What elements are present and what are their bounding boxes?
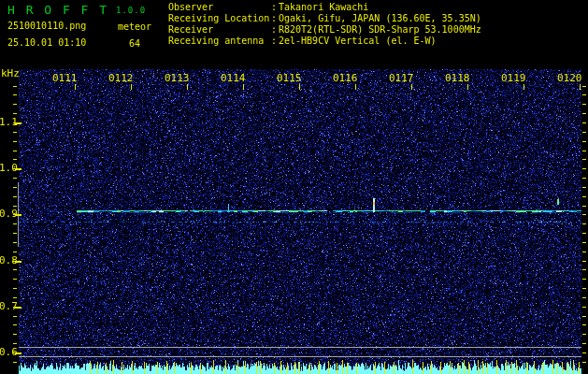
output-filename: 2510010110.png bbox=[7, 22, 86, 31]
info-value-antenna: 2el-HB9CV Vertical (el. E-W) bbox=[279, 36, 437, 46]
freq-axis-label: 0.8 bbox=[0, 255, 17, 266]
info-colon: : bbox=[271, 14, 277, 23]
time-axis-label: 0119 bbox=[501, 73, 526, 83]
freq-axis-label: 0.7 bbox=[0, 301, 17, 311]
info-colon: : bbox=[271, 3, 277, 12]
info-value-location: Ogaki, Gifu, JAPAN (136.60E, 35.35N) bbox=[279, 14, 481, 23]
spectrogram-canvas bbox=[0, 0, 588, 374]
info-label-location: Receiving Location bbox=[168, 14, 269, 23]
info-label-observer: Observer bbox=[168, 3, 213, 12]
freq-axis-label: 0.9 bbox=[0, 209, 17, 219]
time-axis-label: 0113 bbox=[165, 73, 190, 83]
info-label-receiver: Receiver bbox=[168, 25, 213, 35]
hrofft-window: H R O F F T 1.0.0 2510010110.png meteor … bbox=[0, 0, 588, 374]
freq-axis-label: 0.6 bbox=[0, 347, 17, 357]
info-colon: : bbox=[271, 25, 277, 35]
freq-axis-label: 1.0 bbox=[0, 163, 17, 173]
time-axis-label: 0116 bbox=[333, 73, 358, 83]
observation-datetime: 25.10.01 01:10 bbox=[7, 38, 86, 48]
time-axis-label: 0112 bbox=[108, 73, 134, 83]
app-title: H R O F F T bbox=[7, 4, 108, 16]
info-label-antenna: Receiving antenna bbox=[168, 36, 264, 46]
meteor-count: 64 bbox=[129, 39, 140, 49]
mode-label: meteor bbox=[118, 22, 151, 32]
time-axis-label: 0111 bbox=[52, 73, 78, 83]
time-axis-label: 0117 bbox=[389, 73, 414, 83]
info-colon: : bbox=[271, 36, 277, 46]
time-axis-label: 0115 bbox=[277, 73, 302, 83]
freq-axis-unit: kHz bbox=[1, 68, 20, 79]
freq-axis-label: 1.1 bbox=[0, 117, 17, 127]
app-version: 1.0.0 bbox=[116, 7, 146, 15]
time-axis-label: 0114 bbox=[221, 73, 246, 83]
info-value-receiver: R820T2(RTL-SDR) SDR-Sharp 53.1000MHz bbox=[279, 25, 481, 35]
time-axis-label: 0118 bbox=[445, 73, 470, 83]
info-value-observer: Takanori Kawachi bbox=[279, 3, 368, 12]
time-axis-label: 0120 bbox=[557, 73, 582, 83]
